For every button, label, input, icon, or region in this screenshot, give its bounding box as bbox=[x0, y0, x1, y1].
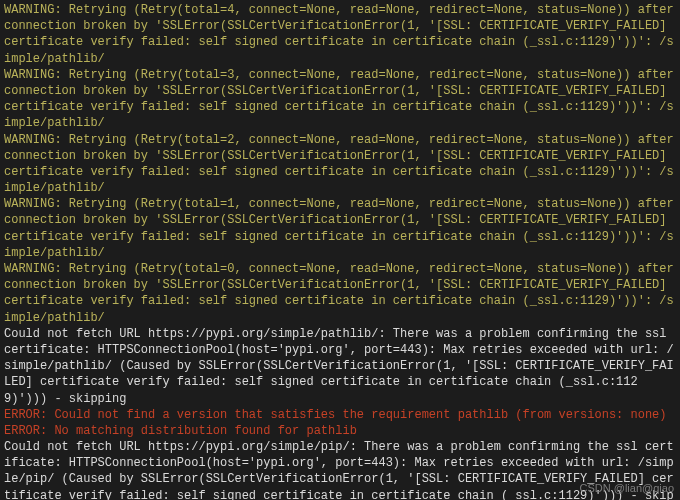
terminal-line: ERROR: No matching distribution found fo… bbox=[4, 423, 676, 439]
terminal-line: ERROR: Could not find a version that sat… bbox=[4, 407, 676, 423]
terminal-line: WARNING: Retrying (Retry(total=0, connec… bbox=[4, 261, 676, 326]
terminal-line: WARNING: Retrying (Retry(total=2, connec… bbox=[4, 132, 676, 197]
terminal-output: WARNING: Retrying (Retry(total=4, connec… bbox=[0, 0, 680, 500]
terminal-line: Could not fetch URL https://pypi.org/sim… bbox=[4, 439, 676, 500]
terminal-line: WARNING: Retrying (Retry(total=1, connec… bbox=[4, 196, 676, 261]
terminal-line: WARNING: Retrying (Retry(total=4, connec… bbox=[4, 2, 676, 67]
terminal-line: Could not fetch URL https://pypi.org/sim… bbox=[4, 326, 676, 407]
terminal-line: WARNING: Retrying (Retry(total=3, connec… bbox=[4, 67, 676, 132]
